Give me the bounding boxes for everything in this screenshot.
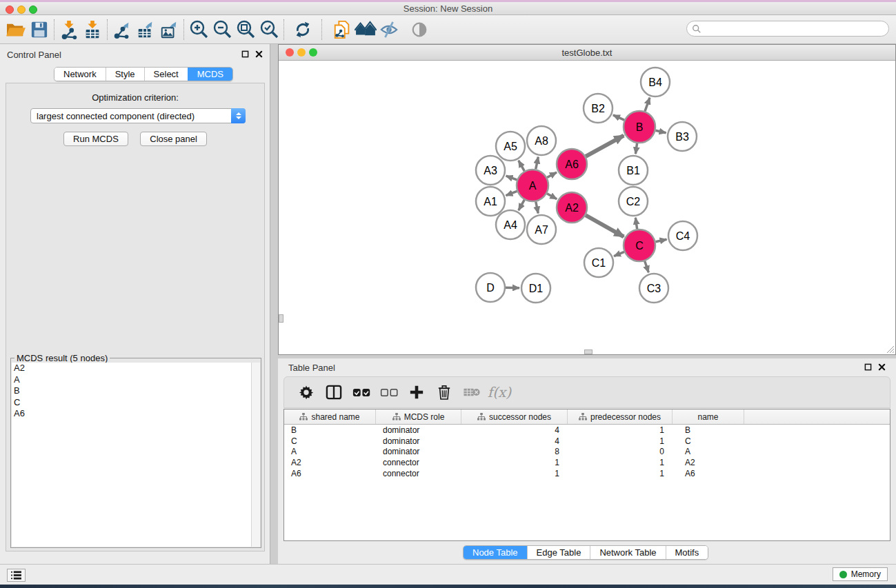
tab-network[interactable]: Network	[54, 68, 106, 81]
node-B[interactable]: B	[624, 111, 655, 143]
cell-successor-nodes[interactable]: 4	[461, 436, 568, 446]
canvas-bottom-scrollbar-thumb[interactable]	[584, 349, 593, 354]
mcds-result-item[interactable]: A	[12, 374, 251, 386]
hide-panels-button[interactable]	[377, 19, 401, 41]
cell-name[interactable]: B	[673, 425, 744, 435]
table-row[interactable]: Bdominator41B	[284, 425, 890, 436]
tab-network-table[interactable]: Network Table	[590, 546, 665, 559]
edge-B-B2[interactable]	[613, 115, 624, 120]
cell-predecessor-nodes[interactable]: 1	[568, 458, 673, 467]
zoom-in-button[interactable]	[187, 19, 210, 41]
open-session-button[interactable]	[4, 19, 28, 41]
tab-mcds[interactable]: MCDS	[188, 68, 232, 81]
export-table-button[interactable]	[134, 19, 157, 41]
node-C4[interactable]: C4	[668, 221, 697, 250]
cell-predecessor-nodes[interactable]: 1	[568, 425, 673, 435]
table-row[interactable]: A2connector11A2	[284, 457, 890, 468]
memory-button[interactable]: Memory	[833, 567, 888, 581]
node-A6[interactable]: A6	[557, 149, 587, 179]
node-B4[interactable]: B4	[641, 68, 670, 97]
cell-successor-nodes[interactable]: 4	[461, 425, 568, 435]
cell-shared-name[interactable]: A	[284, 447, 376, 456]
node-A[interactable]: A	[517, 170, 548, 201]
node-A5[interactable]: A5	[496, 132, 525, 161]
table-row[interactable]: A6connector11A6	[284, 468, 890, 479]
column-header-mcds-role[interactable]: MCDS role	[376, 409, 461, 424]
delete-table-button[interactable]	[458, 381, 486, 404]
float-panel-icon[interactable]	[864, 363, 872, 371]
cell-successor-nodes[interactable]: 1	[461, 469, 568, 478]
node-A3[interactable]: A3	[476, 156, 505, 185]
edge-A-A6[interactable]	[547, 172, 557, 178]
cell-successor-nodes[interactable]: 1	[461, 458, 568, 467]
table-row[interactable]: Cdominator41C	[284, 436, 890, 447]
column-header-predecessor-nodes[interactable]: predecessor nodes	[568, 409, 673, 424]
save-session-button[interactable]	[28, 19, 51, 41]
node-B2[interactable]: B2	[584, 94, 613, 123]
cell-shared-name[interactable]: C	[284, 436, 376, 446]
close-panel-icon[interactable]	[255, 50, 263, 58]
mcds-result-scrollbar[interactable]	[251, 363, 260, 547]
column-view-button[interactable]	[320, 381, 348, 404]
tab-select[interactable]: Select	[144, 68, 188, 81]
node-A1[interactable]: A1	[476, 187, 505, 216]
cell-mcds-role[interactable]: dominator	[376, 425, 461, 435]
resize-grip-icon[interactable]	[885, 344, 895, 354]
export-image-button[interactable]	[157, 19, 181, 41]
criterion-select[interactable]: largest connected component (directed)	[30, 108, 246, 123]
node-D1[interactable]: D1	[521, 274, 550, 303]
tab-motifs[interactable]: Motifs	[666, 546, 708, 559]
edge-A-A8[interactable]	[536, 157, 539, 170]
cell-name[interactable]: A	[673, 447, 744, 456]
column-header-shared-name[interactable]: shared name	[284, 409, 376, 424]
column-header-name[interactable]: name	[673, 409, 744, 424]
cell-predecessor-nodes[interactable]: 0	[568, 447, 673, 456]
edge-B-B1[interactable]	[635, 143, 637, 154]
edge-B-B3[interactable]	[655, 130, 666, 132]
edge-C-C1[interactable]	[614, 252, 624, 256]
close-panel-button[interactable]: Close panel	[140, 132, 207, 146]
mcds-result-item[interactable]: A6	[12, 408, 251, 420]
cell-mcds-role[interactable]: dominator	[376, 436, 461, 446]
function-builder-button[interactable]: f(x)	[486, 381, 513, 404]
cell-shared-name[interactable]: A2	[284, 458, 376, 467]
node-C2[interactable]: C2	[619, 187, 648, 216]
close-panel-icon[interactable]	[878, 363, 886, 371]
cell-predecessor-nodes[interactable]: 1	[568, 436, 673, 446]
edge-A6-B[interactable]	[586, 136, 624, 156]
edge-A2-C[interactable]	[586, 215, 624, 236]
import-network-button[interactable]	[57, 19, 81, 41]
mcds-result-item[interactable]: C	[12, 397, 251, 409]
search-input[interactable]	[701, 23, 888, 35]
cell-predecessor-nodes[interactable]: 1	[568, 469, 673, 478]
node-B1[interactable]: B1	[619, 156, 648, 185]
edge-C-C4[interactable]	[655, 239, 666, 242]
node-table[interactable]: shared nameMCDS rolesuccessor nodesprede…	[283, 409, 890, 541]
cell-successor-nodes[interactable]: 8	[461, 447, 568, 456]
cell-mcds-role[interactable]: connector	[376, 469, 461, 478]
home-view-button[interactable]	[354, 19, 377, 41]
mcds-result-list[interactable]: A2ABCA6	[12, 363, 251, 547]
network-canvas[interactable]: AA1A2A3A4A5A6A7A8BB1B2B3B4CC1C2C3C4DD1	[279, 61, 895, 354]
cell-name[interactable]: A2	[673, 458, 744, 467]
cell-name[interactable]: C	[673, 436, 744, 446]
edge-A-A7[interactable]	[536, 202, 538, 214]
panel-selector-button[interactable]	[7, 569, 26, 582]
node-D[interactable]: D	[476, 273, 505, 302]
network-window-titlebar[interactable]: testGlobe.txt	[279, 45, 895, 61]
node-C1[interactable]: C1	[584, 248, 613, 277]
edge-A-A4[interactable]	[519, 200, 525, 210]
zoom-out-button[interactable]	[210, 19, 234, 41]
node-A2[interactable]: A2	[557, 192, 587, 223]
table-row[interactable]: Adominator80A	[284, 447, 890, 458]
cell-mcds-role[interactable]: dominator	[376, 447, 461, 456]
export-network-button[interactable]	[110, 19, 134, 41]
cell-mcds-role[interactable]: connector	[376, 458, 461, 467]
show-panels-button[interactable]	[408, 19, 431, 41]
edge-C-C2[interactable]	[635, 218, 637, 229]
node-C3[interactable]: C3	[639, 274, 668, 303]
mcds-result-item[interactable]: A2	[12, 363, 251, 374]
tab-style[interactable]: Style	[106, 68, 144, 81]
edge-A-A3[interactable]	[506, 176, 517, 180]
duplicate-network-button[interactable]	[330, 19, 354, 41]
